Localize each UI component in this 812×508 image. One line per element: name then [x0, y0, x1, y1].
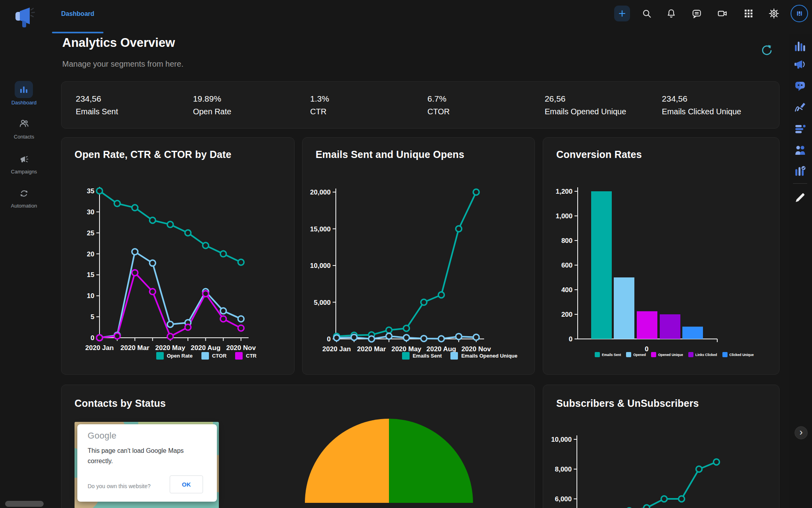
volume-chart-card: Emails Sent and Unique Opens 05,00010,00…	[302, 137, 535, 375]
rates-line-chart: 051015202530352020 Jan2020 Mar2020 May20…	[61, 138, 294, 374]
campaigns-megaphone-icon[interactable]	[19, 154, 29, 164]
svg-text:20,000: 20,000	[310, 189, 331, 196]
settings-gear-icon[interactable]	[769, 8, 779, 19]
page-title: Analytics Overview	[62, 36, 175, 50]
tab-active-underline	[52, 32, 103, 33]
legend-item[interactable]: Emails Sent	[595, 352, 621, 357]
polls-check-icon[interactable]	[794, 165, 806, 177]
stats-bars-icon[interactable]	[794, 40, 806, 52]
stats-summary-card: 234,56 Emails Sent 19.89% Open Rate 1.3%…	[61, 81, 779, 129]
tab-dashboard[interactable]: Dashboard	[52, 0, 103, 28]
svg-text:25: 25	[87, 229, 94, 237]
legend-label: Emails Opened Unique	[461, 353, 517, 359]
svg-text:0: 0	[91, 334, 94, 342]
svg-text:200: 200	[561, 311, 573, 318]
legend-label: Emails Sent	[413, 353, 442, 359]
legend-label: Links Clicked	[695, 353, 717, 357]
legend-item[interactable]: Open Rate	[156, 352, 193, 360]
page-subtitle: Manage your segments from here.	[62, 60, 184, 69]
svg-text:20: 20	[87, 250, 94, 258]
legend-item[interactable]: Links Clicked	[688, 352, 717, 357]
contacts-status-card: Contacts by Status Google This page can'…	[61, 385, 535, 508]
contacts-status-semicircle-pie[interactable]	[305, 419, 473, 504]
conversion-bar-chart: 02004006008001,0001,2000	[543, 138, 779, 374]
svg-text:0: 0	[569, 335, 573, 343]
svg-text:2020 Nov: 2020 Nov	[226, 344, 256, 352]
dashboard-app: Dashboard	[0, 0, 812, 508]
stat-label: Open Rate	[193, 107, 310, 116]
horizontal-scrollbar-thumb[interactable]	[5, 501, 44, 507]
bot-chat-icon[interactable]	[794, 80, 806, 92]
megaphone-icon[interactable]	[794, 59, 806, 71]
sidebar-label-contacts[interactable]: Contacts	[0, 134, 48, 140]
pie-slice-left[interactable]	[305, 419, 389, 503]
create-new-button[interactable]	[614, 6, 630, 21]
legend-swatch	[450, 352, 458, 360]
svg-text:400: 400	[561, 286, 573, 294]
stat-ctr: 1.3% CTR	[310, 94, 427, 116]
sidebar-label-campaigns[interactable]: Campaigns	[0, 169, 48, 175]
plus-icon	[617, 9, 627, 18]
legend-swatch	[235, 352, 243, 360]
sidebar-item-dashboard[interactable]	[15, 81, 33, 98]
legend-item[interactable]: CTOR	[201, 352, 227, 360]
stat-label: Emails Clicked Unique	[662, 107, 779, 116]
legend-swatch	[626, 352, 631, 357]
svg-text:800: 800	[561, 237, 573, 244]
compose-pencil-icon[interactable]	[794, 191, 806, 203]
legend-item[interactable]: Clicked Unique	[722, 352, 754, 357]
legend-label: Opened	[633, 353, 646, 357]
svg-text:2020 Aug: 2020 Aug	[191, 344, 220, 352]
apps-grid-icon[interactable]	[743, 8, 754, 19]
legend-label: Open Rate	[167, 353, 193, 359]
svg-text:1,200: 1,200	[555, 188, 573, 195]
notifications-bell-icon[interactable]	[666, 8, 676, 19]
legend-item[interactable]: Opened Unique	[651, 352, 683, 357]
search-icon[interactable]	[642, 8, 652, 19]
svg-text:8,000: 8,000	[555, 466, 572, 473]
stat-value: 234,56	[662, 94, 779, 104]
legend-item[interactable]: Emails Sent	[402, 352, 442, 360]
expand-panel-chevron-button[interactable]	[795, 426, 808, 439]
svg-text:10,000: 10,000	[551, 436, 572, 443]
stat-value: 1.3%	[310, 94, 427, 104]
segments-icon[interactable]	[794, 123, 806, 135]
pie-slice-right[interactable]	[389, 419, 473, 503]
brand-megaphone-logo[interactable]	[14, 6, 35, 29]
stat-open-rate: 19.89% Open Rate	[193, 94, 310, 116]
svg-text:35: 35	[87, 187, 94, 195]
chart-legend: Emails SentEmails Opened Unique	[303, 352, 534, 360]
dialog-question: Do you own this website?	[88, 483, 151, 489]
google-logo-text: Google	[88, 431, 117, 441]
legend-item[interactable]: CTR	[235, 352, 257, 360]
legend-swatch	[402, 352, 410, 360]
ok-button[interactable]: OK	[170, 475, 203, 493]
refresh-icon[interactable]	[760, 44, 773, 56]
stat-emails-clicked-unique: 234,56 Emails Clicked Unique	[662, 94, 779, 116]
avatar-bars-logo-icon	[795, 9, 804, 18]
subscribers-chart-card: Subscribers & UnSubscribers 6,0008,00010…	[543, 385, 779, 508]
dialog-message: This page can't load Google Maps correct…	[88, 446, 207, 466]
automation-sync-icon[interactable]	[19, 189, 29, 198]
svg-text:15: 15	[87, 271, 94, 279]
svg-text:0: 0	[327, 335, 331, 343]
sidebar-label-automation[interactable]: Automation	[0, 203, 48, 209]
legend-label: CTR	[246, 353, 257, 359]
svg-text:15,000: 15,000	[310, 225, 331, 233]
svg-text:2020 Mar: 2020 Mar	[121, 344, 149, 352]
stat-value: 234,56	[76, 94, 193, 104]
stat-label: Emails Opened Unique	[545, 107, 662, 116]
signature-icon[interactable]	[794, 102, 806, 114]
chat-icon[interactable]	[691, 8, 702, 19]
account-avatar[interactable]	[791, 5, 808, 22]
sidebar-label-dashboard[interactable]: Dashboard	[0, 100, 48, 106]
legend-swatch	[595, 352, 600, 357]
legend-swatch	[156, 352, 164, 360]
audience-icon[interactable]	[794, 144, 806, 156]
contacts-people-icon[interactable]	[19, 118, 29, 129]
video-camera-icon[interactable]	[717, 8, 728, 19]
svg-text:10: 10	[87, 292, 94, 300]
legend-item[interactable]: Opened	[626, 352, 646, 357]
legend-swatch	[688, 352, 693, 357]
legend-item[interactable]: Emails Opened Unique	[450, 352, 517, 360]
